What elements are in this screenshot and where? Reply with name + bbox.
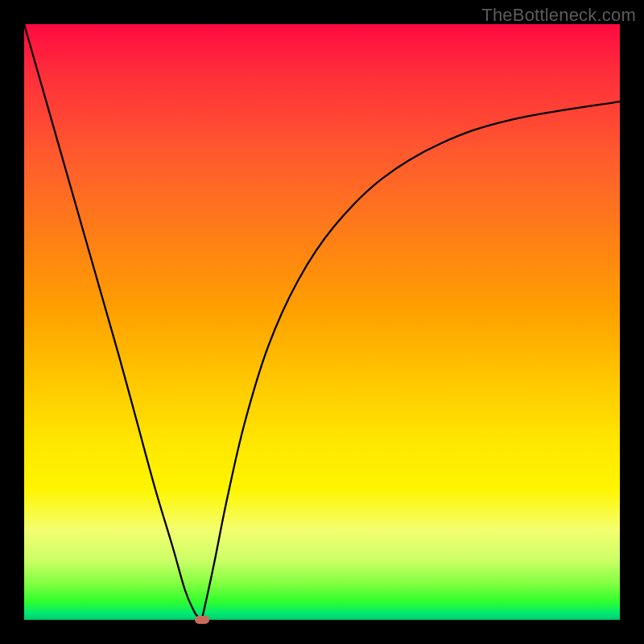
minimum-marker — [195, 616, 209, 624]
curve-left-branch — [24, 24, 202, 620]
curve-layer — [24, 24, 620, 620]
chart-frame: TheBottleneck.com — [0, 0, 644, 644]
watermark-text: TheBottleneck.com — [481, 5, 636, 26]
curve-right-branch — [202, 101, 620, 620]
plot-area — [24, 24, 620, 620]
